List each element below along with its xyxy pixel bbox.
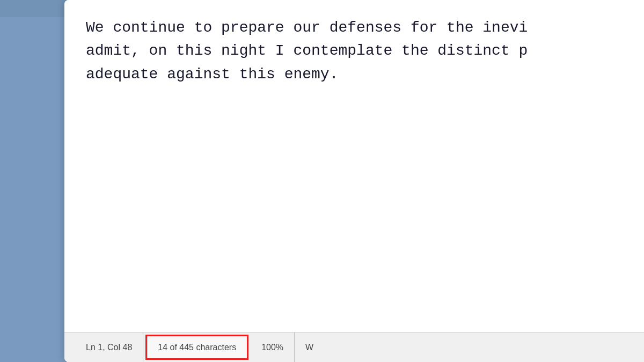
zoom-level: 100%	[251, 333, 295, 362]
character-count-highlighted: 14 of 445 characters	[145, 335, 248, 360]
left-panel	[0, 0, 64, 362]
editor-container: We continue to prepare our defenses for …	[64, 0, 644, 362]
extra-status: W	[295, 333, 324, 362]
status-bar: Ln 1, Col 48 14 of 445 characters 100% W	[64, 332, 644, 362]
editor-content[interactable]: We continue to prepare our defenses for …	[64, 0, 644, 332]
editor-text[interactable]: We continue to prepare our defenses for …	[86, 16, 623, 86]
cursor-position: Ln 1, Col 48	[75, 333, 143, 362]
